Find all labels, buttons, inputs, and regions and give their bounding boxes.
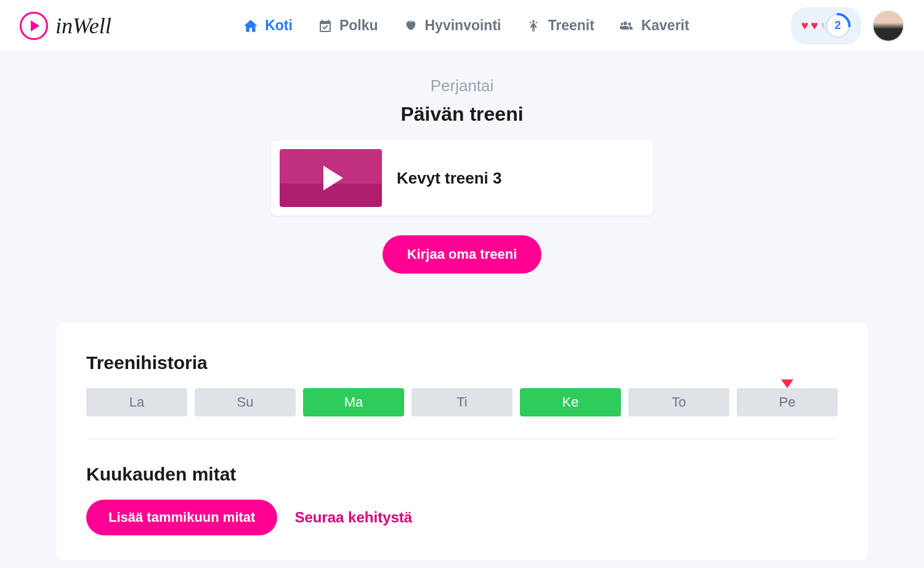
progress-indicator: 2 (824, 12, 851, 39)
svg-point-0 (532, 20, 535, 22)
history-section: Treenihistoria LaSuMaTiKeToPe Kuukauden … (57, 323, 867, 560)
workout-title: Kevyt treeni 3 (397, 169, 502, 188)
history-day-cell[interactable]: Su (195, 388, 296, 416)
nav-workouts[interactable]: Treenit (525, 17, 594, 34)
nav-label: Treenit (548, 17, 594, 34)
add-measures-button[interactable]: Lisää tammikuun mitat (86, 500, 277, 535)
calendar-check-icon (317, 18, 333, 34)
workout-thumbnail (280, 149, 382, 207)
svg-point-1 (623, 22, 627, 25)
heart-filled-icon: ♥ (811, 18, 818, 33)
hearts-badge[interactable]: ♥ ♥ ♥ 2 (791, 7, 861, 44)
home-icon (243, 18, 259, 34)
nav-label: Kaverit (641, 17, 689, 34)
logo-text: inWell (55, 13, 111, 39)
nav-label: Polku (339, 17, 378, 34)
nav-friends[interactable]: Kaverit (619, 17, 689, 34)
history-day-cell[interactable]: La (86, 388, 187, 416)
history-day-cell[interactable]: Ma (303, 388, 404, 416)
main-content: Perjantai Päivän treeni Kevyt treeni 3 K… (37, 52, 887, 568)
history-title: Treenihistoria (86, 352, 838, 373)
heart-filled-icon: ♥ (801, 18, 808, 33)
play-icon (323, 166, 343, 190)
nav-path[interactable]: Polku (317, 17, 378, 34)
nav-wellbeing[interactable]: Hyvinvointi (403, 17, 501, 34)
log-workout-button[interactable]: Kirjaa oma treeni (383, 235, 542, 274)
progress-count: 2 (835, 19, 841, 32)
svg-point-3 (620, 23, 623, 25)
history-day-cell[interactable]: To (628, 388, 729, 416)
apple-icon (403, 18, 419, 34)
measures-row: Lisää tammikuun mitat Seuraa kehitystä (86, 500, 838, 535)
todays-workout-title: Päivän treeni (57, 103, 867, 126)
workout-card[interactable]: Kevyt treeni 3 (271, 140, 653, 216)
header-right: ♥ ♥ ♥ 2 (791, 7, 904, 44)
history-day-cell[interactable]: Pe (737, 388, 838, 416)
follow-progress-link[interactable]: Seuraa kehitystä (294, 509, 412, 526)
logo-icon (20, 12, 48, 40)
avatar[interactable] (872, 10, 904, 42)
history-days-row: LaSuMaTiKeToPe (86, 388, 838, 439)
history-day-cell[interactable]: Ti (411, 388, 513, 416)
main-nav: Koti Polku Hyvinvointi Treenit Kaverit (141, 17, 792, 34)
play-icon (31, 20, 39, 31)
person-stretch-icon (525, 18, 541, 34)
today-marker-icon (781, 379, 793, 388)
current-day-label: Perjantai (57, 76, 867, 95)
measures-title: Kuukauden mitat (86, 464, 838, 485)
nav-home[interactable]: Koti (243, 17, 293, 34)
app-header: inWell Koti Polku Hyvinvointi Treenit (0, 0, 924, 52)
nav-label: Hyvinvointi (425, 17, 501, 34)
logo[interactable]: inWell (20, 12, 111, 40)
history-day-cell[interactable]: Ke (520, 388, 621, 416)
nav-label: Koti (265, 17, 293, 34)
people-icon (619, 18, 635, 34)
svg-point-2 (628, 22, 631, 25)
